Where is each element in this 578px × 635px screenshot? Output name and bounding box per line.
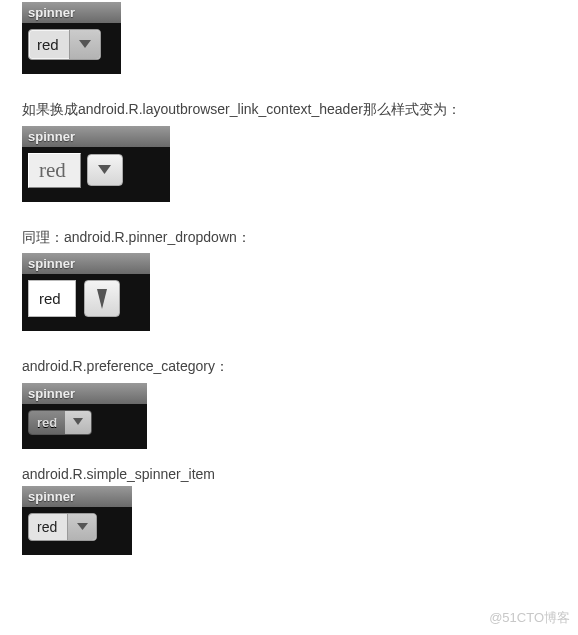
- spinner-control[interactable]: red: [28, 29, 101, 60]
- spinner-example: spinner red: [22, 486, 132, 555]
- example-description: 同理：android.R.pinner_dropdown：: [22, 228, 578, 248]
- spinner-example: spinner red: [22, 383, 147, 449]
- spinner-example: spinner red: [22, 126, 170, 202]
- spinner-value: red: [28, 153, 81, 188]
- example-description: 如果换成android.R.layoutbrowser_link_context…: [22, 100, 578, 120]
- chevron-down-icon: [72, 417, 84, 427]
- spinner-control[interactable]: red: [28, 410, 92, 435]
- widget-body: red: [22, 274, 150, 317]
- dropdown-button[interactable]: [84, 280, 120, 317]
- dropdown-button[interactable]: [67, 514, 96, 540]
- spinner-control[interactable]: red: [28, 513, 97, 541]
- dropdown-button[interactable]: [87, 154, 123, 186]
- widget-body: red: [22, 507, 132, 541]
- spinner-value: red: [29, 411, 65, 434]
- spinner-value: red: [28, 280, 76, 317]
- dropdown-button[interactable]: [69, 30, 100, 59]
- example-description: android.R.simple_spinner_item: [22, 465, 578, 485]
- widget-title: spinner: [22, 253, 150, 274]
- example-description: android.R.preference_category：: [22, 357, 578, 377]
- spinner-control[interactable]: red: [28, 153, 123, 188]
- widget-body: red: [22, 23, 121, 60]
- chevron-down-icon: [76, 522, 89, 532]
- widget-title: spinner: [22, 126, 170, 147]
- widget-body: red: [22, 404, 147, 435]
- widget-body: red: [22, 147, 170, 188]
- widget-title: spinner: [22, 383, 147, 404]
- spinner-value: red: [29, 514, 67, 540]
- spinner-example: spinner red: [22, 253, 150, 331]
- wedge-down-icon: [94, 287, 110, 311]
- widget-title: spinner: [22, 2, 121, 23]
- spinner-control[interactable]: red: [28, 280, 120, 317]
- widget-title: spinner: [22, 486, 132, 507]
- chevron-down-icon: [78, 39, 92, 50]
- spinner-value: red: [29, 30, 69, 59]
- chevron-down-icon: [97, 164, 112, 176]
- dropdown-button[interactable]: [65, 411, 91, 434]
- spinner-example: spinner red: [22, 2, 121, 74]
